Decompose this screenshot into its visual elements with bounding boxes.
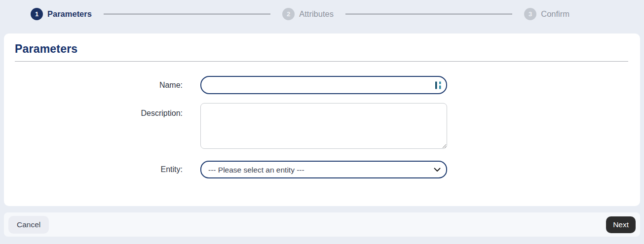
step-number-badge: 2 bbox=[282, 8, 295, 20]
step-label: Confirm bbox=[541, 9, 569, 19]
name-field-row: Name: bbox=[11, 76, 633, 94]
name-label: Name: bbox=[11, 81, 183, 90]
name-input[interactable] bbox=[200, 76, 447, 94]
wizard-stepper: 1 Parameters 2 Attributes 3 Confirm bbox=[0, 0, 644, 28]
stepper-connector-line bbox=[345, 14, 512, 14]
parameters-form: Name: Description: Entity: bbox=[11, 76, 633, 178]
stepper-step-attributes[interactable]: 2 Attributes bbox=[282, 8, 334, 20]
next-button[interactable]: Next bbox=[606, 216, 636, 233]
entity-field-row: Entity: --- Please select an entity --- bbox=[11, 161, 633, 178]
step-label: Attributes bbox=[299, 9, 334, 19]
stepper-connector-line bbox=[104, 14, 270, 14]
cancel-button[interactable]: Cancel bbox=[8, 216, 49, 234]
stepper-step-confirm[interactable]: 3 Confirm bbox=[524, 8, 569, 20]
step-number-badge: 3 bbox=[524, 8, 536, 20]
entity-label: Entity: bbox=[11, 165, 183, 174]
page-title: Parameters bbox=[11, 42, 633, 56]
step-label: Parameters bbox=[47, 9, 92, 19]
description-field-row: Description: bbox=[11, 103, 633, 151]
description-label: Description: bbox=[11, 103, 183, 118]
title-divider bbox=[15, 61, 628, 62]
entity-select[interactable]: --- Please select an entity --- bbox=[200, 161, 447, 178]
step-number-badge: 1 bbox=[31, 8, 43, 20]
wizard-footer: Cancel Next bbox=[4, 212, 640, 237]
description-textarea[interactable] bbox=[200, 103, 447, 149]
stepper-step-parameters[interactable]: 1 Parameters bbox=[31, 8, 92, 20]
parameters-panel: Parameters Name: Description: bbox=[4, 34, 640, 206]
